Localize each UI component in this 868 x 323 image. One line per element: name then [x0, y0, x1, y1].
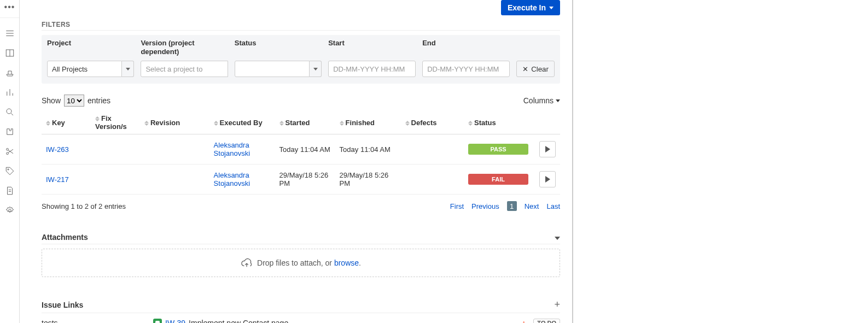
attachments-title: Attachments [42, 233, 88, 242]
page-size-select[interactable]: 10 [64, 95, 84, 107]
chevron-down-icon[interactable] [555, 233, 560, 242]
nav-list-icon[interactable] [4, 28, 15, 39]
nav-boat-icon[interactable] [4, 67, 15, 78]
filter-project-value: All Projects [47, 61, 122, 77]
col-status[interactable]: Status [464, 111, 535, 134]
attachments-dropzone[interactable]: Drop files to attach, or browse. [42, 249, 560, 277]
issue-link-row: tests IW-39 Implement new Contact page ↑… [42, 319, 560, 323]
nav-tag-icon[interactable] [4, 166, 15, 177]
nav-search-icon[interactable] [4, 107, 15, 118]
table-controls: Show 10 entries Columns [42, 95, 560, 107]
chevron-down-icon [122, 61, 134, 77]
executed-by-link[interactable]: Aleksandra Stojanovski [214, 141, 250, 157]
pager-first[interactable]: First [450, 202, 464, 210]
pager-previous[interactable]: Previous [471, 202, 499, 210]
nav-scissors-icon[interactable] [4, 146, 15, 157]
table-info: Showing 1 to 2 of 2 entries [42, 202, 126, 210]
filter-project-label: Project [47, 39, 134, 56]
nav-gear-icon[interactable] [4, 205, 15, 216]
filter-start-input[interactable] [328, 61, 416, 77]
col-key[interactable]: Key [42, 111, 91, 134]
execute-in-button[interactable]: Execute In [501, 0, 560, 15]
clear-button-label: Clear [531, 65, 549, 73]
filter-start-label: Start [328, 39, 416, 56]
svg-point-2 [6, 148, 8, 150]
col-revision[interactable]: Revision [140, 111, 209, 134]
attachments-header: Attachments [42, 233, 560, 244]
filters-heading: FILTERS [42, 21, 560, 31]
svg-point-1 [7, 109, 11, 114]
filter-bar: Project All Projects Version (project de… [42, 35, 560, 84]
filter-version-select[interactable]: Select a project to [141, 61, 228, 77]
cloud-upload-icon [241, 257, 253, 269]
priority-up-icon: ↑ [522, 319, 526, 323]
issue-link-relation: tests [42, 319, 145, 323]
svg-point-4 [7, 169, 8, 170]
issue-links-title: Issue Links [42, 301, 83, 309]
col-fix-versions[interactable]: Fix Version/s [91, 111, 140, 134]
nav-separator [0, 17, 19, 18]
executed-by-link[interactable]: Aleksandra Stojanovski [214, 171, 250, 187]
row-finished: 29/May/18 5:26 PM [335, 165, 401, 195]
issue-link-status: TO DO [533, 319, 560, 323]
col-defects[interactable]: Defects [401, 111, 464, 134]
issue-link-key[interactable]: IW-39 [165, 319, 185, 323]
nav-chart-icon[interactable] [4, 87, 15, 98]
row-key-link[interactable]: IW-217 [46, 175, 69, 184]
pager-current[interactable]: 1 [507, 201, 517, 211]
table-row: IW-217Aleksandra Stojanovski29/May/18 5:… [42, 165, 560, 195]
pager-last[interactable]: Last [546, 202, 560, 210]
topbar: Execute In [42, 0, 560, 15]
filter-status-value [235, 61, 310, 77]
issue-links-header: Issue Links + [42, 299, 560, 313]
table-row: IW-263Aleksandra StojanovskiToday 11:04 … [42, 134, 560, 165]
browse-link[interactable]: browse [334, 259, 359, 267]
filter-version-label: Version (project dependent) [141, 39, 228, 56]
columns-label: Columns [523, 96, 554, 105]
filter-status-select[interactable] [235, 61, 322, 77]
right-panel [572, 0, 862, 323]
row-started: Today 11:04 AM [275, 134, 335, 165]
run-execution-button[interactable] [539, 141, 556, 157]
issue-type-icon [153, 319, 162, 323]
show-suffix: entries [88, 96, 110, 105]
col-started[interactable]: Started [275, 111, 335, 134]
row-finished: Today 11:04 AM [335, 134, 401, 165]
executions-table: Key Fix Version/s Revision Executed By S… [42, 111, 560, 195]
chevron-down-icon [310, 61, 322, 77]
main-content: Execute In FILTERS Project All Projects … [20, 0, 572, 323]
status-badge: PASS [468, 144, 528, 155]
pager: First Previous 1 Next Last [450, 201, 560, 211]
nav-more-icon[interactable]: ••• [4, 2, 15, 12]
side-nav: ••• [0, 0, 20, 323]
nav-puzzle-icon[interactable] [4, 126, 15, 137]
dropzone-text: Drop files to attach, or browse. [257, 259, 361, 267]
row-started: 29/May/18 5:26 PM [275, 165, 335, 195]
pager-next[interactable]: Next [525, 202, 539, 210]
filter-end-input[interactable] [422, 61, 510, 77]
filter-status-label: Status [235, 39, 322, 56]
close-icon: ✕ [522, 65, 528, 73]
row-key-link[interactable]: IW-263 [46, 145, 69, 154]
clear-filters-button[interactable]: ✕ Clear [516, 61, 555, 77]
nav-doc-icon[interactable] [4, 185, 15, 196]
issue-link-summary: Implement new Contact page [189, 319, 288, 323]
run-execution-button[interactable] [539, 171, 556, 187]
status-badge: FAIL [468, 174, 528, 185]
show-prefix: Show [42, 96, 61, 105]
svg-point-3 [6, 152, 8, 155]
col-finished[interactable]: Finished [335, 111, 401, 134]
col-executed-by[interactable]: Executed By [209, 111, 275, 134]
execute-in-label: Execute In [508, 3, 546, 12]
svg-point-5 [8, 209, 11, 212]
filter-project-select[interactable]: All Projects [47, 61, 134, 77]
columns-toggle[interactable]: Columns [523, 96, 560, 105]
filter-end-label: End [422, 39, 510, 56]
add-link-button[interactable]: + [554, 299, 560, 310]
table-footer: Showing 1 to 2 of 2 entries First Previo… [42, 201, 560, 211]
nav-columns-icon[interactable] [4, 48, 15, 58]
filter-version-placeholder: Select a project to [141, 61, 228, 77]
col-actions [535, 111, 560, 134]
